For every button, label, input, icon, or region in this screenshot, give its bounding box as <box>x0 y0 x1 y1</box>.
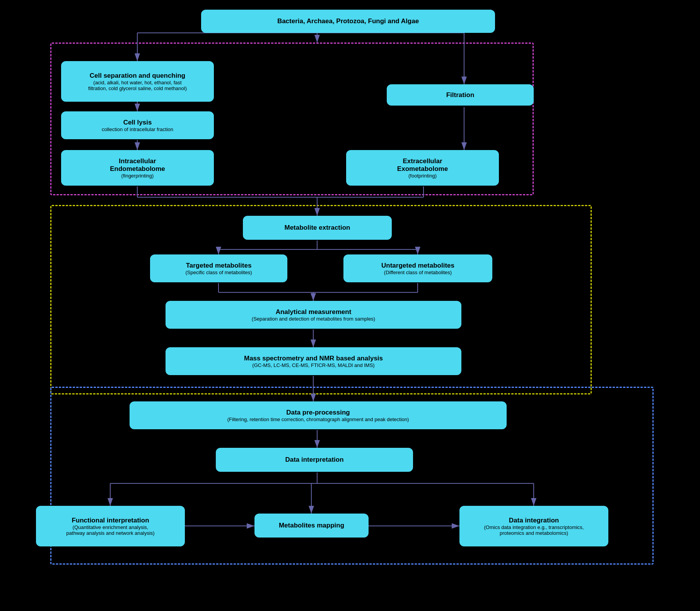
metabolites-mapping-node: Metabolites mapping <box>254 514 369 538</box>
targeted-node: Targeted metabolites (Specific class of … <box>150 254 287 282</box>
data-preprocessing-node: Data pre-processing (Filtering, retentio… <box>130 401 507 429</box>
mass-spec-title: Mass spectrometry and NMR based analysis <box>244 355 383 362</box>
data-integration-title: Data integration <box>509 517 559 524</box>
metabolites-mapping-label: Metabolites mapping <box>279 522 344 529</box>
data-interpretation-node: Data interpretation <box>216 448 413 472</box>
bacteria-node: Bacteria, Archaea, Protozoa, Fungi and A… <box>201 10 495 33</box>
extracellular-sub2: (footprinting) <box>408 173 437 179</box>
targeted-subtitle: (Specific class of metabolites) <box>186 270 252 275</box>
extracellular-sub1: Exometabolome <box>397 165 448 173</box>
functional-node: Functional interpretation (Quantitative … <box>36 506 185 546</box>
filtration-node: Filtration <box>387 84 534 106</box>
untargeted-subtitle: (Different class of metabolites) <box>384 270 452 275</box>
intracellular-title: Intracellular <box>119 157 156 165</box>
bacteria-label: Bacteria, Archaea, Protozoa, Fungi and A… <box>277 17 419 25</box>
metabolite-extraction-label: Metabolite extraction <box>284 224 350 232</box>
cell-separation-subtitle: (acid, alkali, hot water, hot, ethanol, … <box>88 80 187 91</box>
functional-title: Functional interpretation <box>72 517 149 524</box>
untargeted-node: Untargeted metabolites (Different class … <box>343 254 492 282</box>
extracellular-node: Extracellular Exometabolome (footprintin… <box>346 150 499 186</box>
targeted-title: Targeted metabolites <box>186 262 252 270</box>
cell-separation-title: Cell separation and quenching <box>90 72 185 80</box>
intracellular-sub2: (fingerprinting) <box>121 173 154 179</box>
untargeted-title: Untargeted metabolites <box>381 262 454 270</box>
extracellular-title: Extracellular <box>403 157 442 165</box>
data-preprocessing-subtitle: (Filtering, retention time correction, c… <box>227 416 409 422</box>
data-preprocessing-title: Data pre-processing <box>286 409 350 416</box>
analytical-title: Analytical measurement <box>276 308 352 316</box>
functional-subtitle: (Quantitative enrichment analysis,pathwa… <box>66 524 154 536</box>
cell-lysis-node: Cell lysis collection of intracellular f… <box>61 111 214 139</box>
cell-lysis-subtitle: collection of intracellular fraction <box>102 126 173 132</box>
cell-lysis-title: Cell lysis <box>123 119 152 126</box>
data-integration-subtitle: (Omics data integration e.g., transcript… <box>484 524 584 536</box>
intracellular-sub1: Endometabolome <box>110 165 165 173</box>
analytical-node: Analytical measurement (Separation and d… <box>166 301 461 329</box>
data-integration-node: Data integration (Omics data integration… <box>459 506 608 546</box>
intracellular-node: Intracellular Endometabolome (fingerprin… <box>61 150 214 186</box>
diagram-container: Bacteria, Archaea, Protozoa, Fungi and A… <box>0 0 700 611</box>
data-interpretation-label: Data interpretation <box>285 456 343 464</box>
analytical-subtitle: (Separation and detection of metabolites… <box>252 316 375 322</box>
cell-separation-node: Cell separation and quenching (acid, alk… <box>61 61 214 102</box>
mass-spec-node: Mass spectrometry and NMR based analysis… <box>166 347 461 375</box>
mass-spec-subtitle: (GC-MS, LC-MS, CE-MS, FTICR-MS, MALDl an… <box>252 362 374 368</box>
filtration-label: Filtration <box>446 91 475 99</box>
metabolite-extraction-node: Metabolite extraction <box>243 216 392 240</box>
